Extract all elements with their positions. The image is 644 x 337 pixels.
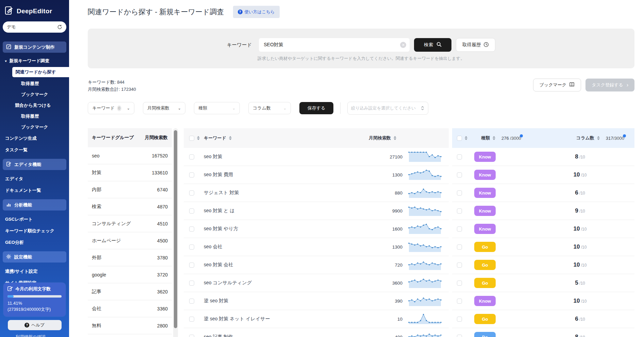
workspace-selector[interactable]: デモ — [3, 21, 66, 33]
sidebar-item-取得履歴[interactable]: 取得履歴 — [0, 78, 69, 89]
row-checkbox[interactable] — [189, 281, 194, 286]
row-right-checkbox[interactable] — [457, 172, 462, 178]
type-count[interactable]: 276 /3000 — [501, 135, 521, 141]
group-row[interactable]: 内部6740 — [88, 181, 172, 198]
sidebar-item-分析機能[interactable]: 分析機能 — [3, 199, 66, 210]
keyword-cell[interactable]: サジェスト 対策 — [204, 190, 239, 196]
sort-column-icon[interactable] — [597, 136, 600, 140]
sidebar-item-GSCレポート[interactable]: GSCレポート — [0, 214, 69, 225]
filter-type[interactable]: 種類 ⌄ — [194, 102, 240, 114]
group-row[interactable]: 対策133610 — [88, 164, 172, 181]
row-right-checkbox[interactable] — [457, 190, 462, 196]
keyword-cell[interactable]: seo 対策 会社 — [204, 262, 233, 268]
scrollbar-thumb[interactable] — [174, 130, 177, 328]
group-row[interactable]: 無料2800 — [88, 317, 172, 334]
sidebar-item-設定機能[interactable]: 設定機能 — [3, 251, 66, 263]
sort-selected-icon[interactable] — [465, 136, 467, 140]
sidebar-item-タスク一覧[interactable]: タスク一覧 — [0, 144, 69, 156]
row-right-checkbox[interactable] — [457, 154, 462, 159]
volume-col-header[interactable]: 月間検索数 — [369, 135, 391, 141]
row-right-checkbox[interactable] — [457, 245, 462, 250]
sort-select-icon[interactable] — [197, 136, 200, 140]
scrollbar[interactable] — [173, 128, 178, 337]
keyword-col-header[interactable]: キーワード — [204, 135, 226, 141]
sidebar-item-エディタ機能[interactable]: エディタ機能 — [3, 159, 66, 170]
sort-keyword-icon[interactable] — [229, 136, 232, 140]
register-task-button[interactable]: タスク登録する › — [585, 79, 634, 91]
group-row[interactable]: google3720 — [88, 266, 172, 283]
help-button[interactable]: ? ヘルプ — [8, 320, 62, 330]
row-checkbox[interactable] — [189, 226, 194, 232]
filter-volume[interactable]: 月間検索数 ⌄ — [143, 102, 185, 114]
row-right-checkbox[interactable] — [457, 299, 462, 304]
row-right-checkbox[interactable] — [457, 208, 462, 214]
keyword-cell[interactable]: seo コンサルティング — [204, 280, 252, 286]
filter-column[interactable]: コラム数 ⌄ — [248, 102, 291, 114]
group-row[interactable]: 記事3620 — [88, 283, 172, 300]
group-row[interactable]: seo167520 — [88, 147, 172, 164]
row-checkbox[interactable] — [189, 299, 194, 304]
keyword-cell[interactable]: seo 対策 やり方 — [204, 226, 238, 232]
filter-keyword[interactable]: キーワード 0 ⌄ — [88, 102, 134, 114]
search-button[interactable]: 検索 — [414, 38, 451, 52]
row-checkbox[interactable] — [189, 335, 194, 337]
keyword-cell[interactable]: seo 会社 — [204, 244, 222, 250]
keyword-cell[interactable]: seo 記事 制作 — [204, 334, 233, 337]
sidebar-item-関連ワードから探す[interactable]: 関連ワードから探す — [12, 67, 69, 77]
sidebar-item-キーワード順位チェック[interactable]: キーワード順位チェック — [0, 225, 69, 237]
row-right-checkbox[interactable] — [457, 317, 462, 322]
history-button[interactable]: 取得履歴 — [456, 38, 495, 52]
group-volume-col-header[interactable]: 月間検索数 — [145, 135, 168, 141]
group-row[interactable]: ホームページ4500 — [88, 232, 172, 249]
keyword-cell[interactable]: 逆 seo 対策 — [204, 298, 228, 304]
sidebar-item-新規キーワード調査[interactable]: ∨新規キーワード調査 — [0, 56, 69, 66]
sidebar-item-GEO分析[interactable]: GEO分析 — [0, 237, 69, 248]
row-right-checkbox[interactable] — [457, 263, 462, 268]
preset-select[interactable]: 絞り込み設定を選択してください — [347, 102, 428, 115]
column-col-header[interactable]: コラム数 — [576, 135, 594, 141]
howto-badge[interactable]: ? 使い方はこちら — [233, 6, 280, 18]
sidebar-item-エディタ[interactable]: エディタ — [0, 173, 69, 185]
keyword-cell[interactable]: seo 対策 — [204, 154, 222, 160]
group-row[interactable]: 検索4870 — [88, 198, 172, 215]
row-right-checkbox[interactable] — [457, 281, 462, 286]
sidebar-item-ブックマーク[interactable]: ブックマーク — [0, 89, 69, 100]
select-all-checkbox[interactable] — [189, 136, 194, 141]
sidebar-item-コンテンツ生成[interactable]: コンテンツ生成 — [0, 133, 69, 144]
bookmark-button[interactable]: ブックマーク — [533, 79, 581, 91]
group-row[interactable]: 会社3360 — [88, 300, 172, 317]
document-icon — [6, 162, 11, 168]
usage-info-link[interactable]: 利用情報の確認 — [16, 334, 66, 337]
refresh-icon[interactable] — [57, 24, 62, 30]
howto-label: 使い方はこちら — [245, 9, 275, 15]
row-checkbox[interactable] — [189, 245, 194, 250]
group-row[interactable]: 外部3780 — [88, 249, 172, 266]
row-right-checkbox[interactable] — [457, 335, 462, 337]
sidebar-item-連携/サイト設定[interactable]: 連携/サイト設定 — [0, 266, 69, 277]
sort-type-icon[interactable] — [493, 136, 495, 140]
row-right-checkbox[interactable] — [457, 226, 462, 232]
row-checkbox[interactable] — [189, 317, 194, 322]
sidebar-item-ブックマーク[interactable]: ブックマーク — [0, 122, 69, 133]
row-checkbox[interactable] — [189, 263, 194, 268]
sidebar-item-競合から見つける[interactable]: 競合から見つける — [0, 100, 69, 111]
group-row[interactable]: コンサルティング4510 — [88, 215, 172, 232]
sidebar-item-取得履歴[interactable]: 取得履歴 — [0, 111, 69, 122]
save-button[interactable]: 保存する — [299, 102, 333, 114]
keyword-cell[interactable]: seo 対策 費用 — [204, 172, 233, 178]
sidebar: DeepEditor デモ 新規コンテンツ制作∨新規キーワード調査関連ワードから… — [0, 0, 69, 337]
row-checkbox[interactable] — [189, 154, 194, 159]
type-col-header[interactable]: 種類 — [481, 135, 490, 141]
keyword-input[interactable] — [259, 38, 410, 52]
sort-volume-icon[interactable] — [394, 136, 396, 140]
keyword-cell[interactable]: 逆 seo 対策 ネット イレイサー — [204, 316, 270, 322]
row-checkbox[interactable] — [189, 190, 194, 196]
sidebar-item-ドキュメント一覧[interactable]: ドキュメント一覧 — [0, 185, 69, 196]
row-checkbox[interactable] — [189, 208, 194, 214]
sidebar-item-新規コンテンツ制作[interactable]: 新規コンテンツ制作 — [3, 41, 66, 53]
group-col-header[interactable]: キーワードグループ — [92, 135, 134, 141]
column-count[interactable]: 317/3000 — [606, 135, 624, 141]
keyword-cell[interactable]: seo 対策 と は — [204, 208, 235, 214]
select-all-right-checkbox[interactable] — [457, 136, 462, 141]
row-checkbox[interactable] — [189, 172, 194, 178]
